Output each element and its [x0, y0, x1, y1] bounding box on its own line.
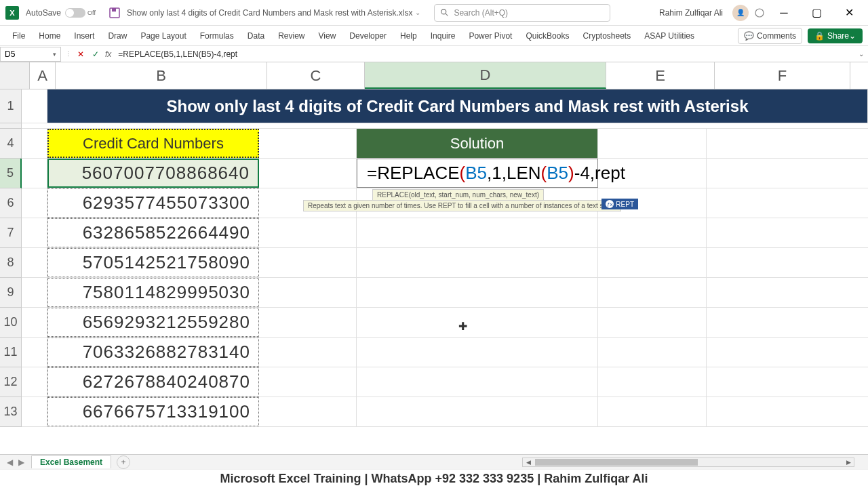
autosave-toggle[interactable]: AutoSave Off — [26, 8, 96, 18]
cancel-formula-icon[interactable]: ✕ — [75, 49, 86, 59]
cell-c4[interactable] — [259, 129, 357, 158]
col-header-a[interactable]: A — [30, 62, 56, 89]
cell-e4[interactable] — [598, 129, 707, 158]
tab-developer[interactable]: Developer — [342, 27, 393, 45]
tab-home[interactable]: Home — [32, 27, 67, 45]
formula-input[interactable]: =REPLACE(B5,1,LEN(B5)-4,rept — [114, 49, 854, 59]
tab-inquire[interactable]: Inquire — [424, 27, 462, 45]
cell-a5[interactable] — [22, 159, 47, 188]
tab-help[interactable]: Help — [393, 27, 424, 45]
formula-tooltip: REPLACE(old_text, start_num, num_chars, … — [372, 189, 544, 201]
tab-powerpivot[interactable]: Power Pivot — [462, 27, 519, 45]
tab-formulas[interactable]: Formulas — [193, 27, 241, 45]
minimize-button[interactable]: ─ — [770, 3, 797, 23]
cell-b10[interactable]: 6569293212559280 — [47, 308, 259, 337]
cell-b11[interactable]: 7063326882783140 — [47, 338, 259, 367]
tab-pagelayout[interactable]: Page Layout — [134, 27, 193, 45]
col-header-f[interactable]: F — [715, 62, 850, 89]
col-header-d[interactable]: D — [365, 62, 606, 89]
row-header-5[interactable]: 5 — [0, 159, 22, 188]
col-header-c[interactable]: C — [267, 62, 365, 89]
comments-button[interactable]: 💬 Comments — [738, 28, 802, 44]
cell-b9[interactable]: 7580114829995030 — [47, 278, 259, 307]
cell-cursor-icon: ✚ — [458, 320, 467, 333]
rept-tooltip: Repeats text a given number of times. Us… — [303, 200, 621, 211]
excel-icon: X — [5, 6, 19, 20]
row-header-12[interactable]: 12 — [0, 367, 22, 397]
tab-draw[interactable]: Draw — [101, 27, 134, 45]
sync-icon[interactable] — [754, 7, 765, 18]
horizontal-scrollbar[interactable]: ◀ ▶ — [522, 458, 854, 467]
title-cell[interactable]: Show only last 4 digits of Credit Card N… — [47, 89, 868, 123]
namebox-dd-icon[interactable]: ▾ — [53, 51, 56, 58]
cell-a4[interactable] — [22, 129, 47, 158]
cell-b5[interactable]: 5607007708868640 — [47, 159, 259, 188]
row-header-9[interactable]: 9 — [0, 278, 22, 308]
add-sheet-button[interactable]: + — [117, 455, 130, 469]
share-button[interactable]: 🔒 Share ⌄ — [808, 28, 863, 43]
save-icon[interactable] — [109, 7, 120, 18]
cc-header-cell[interactable]: Credit Card Numbers — [47, 129, 259, 158]
tab-insert[interactable]: Insert — [67, 27, 101, 45]
row-header-4[interactable]: 4 — [0, 129, 22, 159]
rept-suggestion[interactable]: REPT — [601, 199, 638, 209]
tab-data[interactable]: Data — [241, 27, 271, 45]
svg-line-3 — [446, 13, 448, 16]
col-header-e[interactable]: E — [606, 62, 715, 89]
tab-file[interactable]: File — [5, 27, 32, 45]
accept-formula-icon[interactable]: ✓ — [90, 49, 101, 59]
tab-asap[interactable]: ASAP Utilities — [637, 27, 701, 45]
row-header-10[interactable]: 10 — [0, 308, 22, 338]
svg-point-2 — [441, 9, 446, 14]
name-box[interactable]: D5 ▾ — [0, 47, 61, 62]
row-header-2[interactable] — [0, 123, 22, 129]
sheet-nav-next-icon[interactable]: ▶ — [18, 458, 24, 467]
filename-dd-icon[interactable]: ⌄ — [415, 9, 420, 16]
fx-icon[interactable]: fx — [105, 49, 111, 59]
formulabar-expand-icon[interactable]: ⌄ — [854, 50, 868, 58]
cell-c5[interactable] — [259, 159, 357, 188]
cell-b12[interactable]: 6272678840240870 — [47, 367, 259, 396]
tab-view[interactable]: View — [312, 27, 343, 45]
row-header-13[interactable]: 13 — [0, 397, 22, 427]
col-header-b[interactable]: B — [56, 62, 267, 89]
cell-b8[interactable]: 5705142521758090 — [47, 248, 259, 277]
scroll-right-icon[interactable]: ▶ — [843, 458, 854, 466]
cell-a1[interactable] — [22, 89, 47, 123]
tab-review[interactable]: Review — [271, 27, 311, 45]
sheet-nav-prev-icon[interactable]: ◀ — [7, 458, 13, 467]
maximize-button[interactable]: ▢ — [803, 3, 830, 23]
cell-b13[interactable]: 6676675713319100 — [47, 397, 259, 426]
search-icon — [440, 8, 450, 18]
cell-d5[interactable]: =REPLACE(B5,1,LEN(B5)-4,rept REPLACE(old… — [357, 159, 598, 188]
tab-quickbooks[interactable]: QuickBooks — [519, 27, 576, 45]
filename: Show only last 4 digits of Credit Card N… — [127, 8, 413, 18]
close-button[interactable]: ✕ — [835, 3, 863, 23]
row-header-7[interactable]: 7 — [0, 218, 22, 248]
scroll-thumb[interactable] — [535, 459, 698, 466]
tab-cryptosheets[interactable]: Cryptosheets — [576, 27, 637, 45]
row-header-1[interactable]: 1 — [0, 89, 22, 123]
footer-text: Microsoft Excel Training | WhatsApp +92 … — [0, 469, 868, 488]
select-all-corner[interactable] — [0, 62, 30, 89]
row-header-6[interactable]: 6 — [0, 188, 22, 218]
solution-header-cell[interactable]: Solution — [357, 129, 598, 158]
scroll-left-icon[interactable]: ◀ — [523, 458, 534, 466]
search-input[interactable]: Search (Alt+Q) — [434, 4, 610, 22]
cell-b7[interactable]: 6328658522664490 — [47, 218, 259, 247]
avatar[interactable]: 👤 — [732, 5, 749, 21]
row-header-8[interactable]: 8 — [0, 248, 22, 278]
username: Rahim Zulfiqar Ali — [659, 8, 723, 18]
svg-rect-1 — [112, 8, 116, 12]
sheet-tab-active[interactable]: Excel Basement — [31, 455, 111, 468]
row-header-11[interactable]: 11 — [0, 338, 22, 367]
cell-b6[interactable]: 6293577455073300 — [47, 188, 259, 218]
